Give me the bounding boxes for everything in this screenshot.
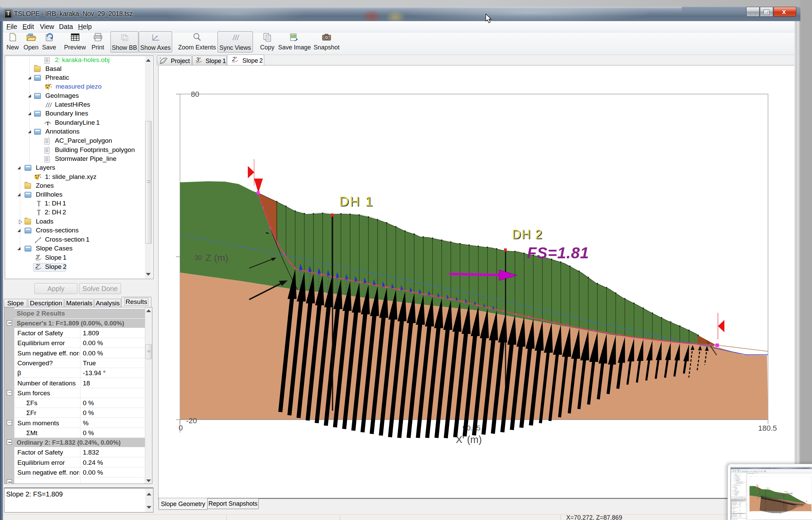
svg-text:3′: 3′: [734, 494, 735, 494]
svg-text:2′: 2′: [35, 263, 40, 270]
svg-text:-20: -20: [186, 416, 197, 425]
svg-text:DH 1: DH 1: [766, 487, 770, 489]
svg-text:30: 30: [194, 254, 202, 261]
svg-text:FS=1.81: FS=1.81: [786, 493, 793, 494]
svg-text:3′: 3′: [35, 254, 40, 260]
svg-text:X' (m): X' (m): [456, 434, 482, 445]
svg-text:DH 1: DH 1: [339, 194, 374, 209]
svg-text:180.5: 180.5: [811, 511, 812, 512]
svg-text:X' (m): X' (m): [779, 513, 781, 514]
svg-text:80: 80: [751, 476, 752, 477]
svg-text:Z (m): Z (m): [752, 493, 755, 495]
svg-text:2′: 2′: [232, 56, 237, 62]
svg-text:0: 0: [749, 511, 750, 512]
svg-text:DH 2: DH 2: [512, 227, 543, 241]
svg-text:80: 80: [191, 90, 199, 98]
svg-text:180.5: 180.5: [758, 424, 777, 432]
svg-text:FS=1.81: FS=1.81: [527, 244, 589, 262]
svg-text:3′: 3′: [751, 473, 752, 473]
svg-text:2′: 2′: [734, 495, 735, 495]
svg-text:DH 2: DH 2: [784, 491, 787, 492]
svg-text:0: 0: [179, 424, 183, 432]
svg-text:3′: 3′: [196, 57, 200, 63]
svg-text:Z (m): Z (m): [206, 253, 228, 263]
svg-text:2′: 2′: [755, 473, 756, 473]
